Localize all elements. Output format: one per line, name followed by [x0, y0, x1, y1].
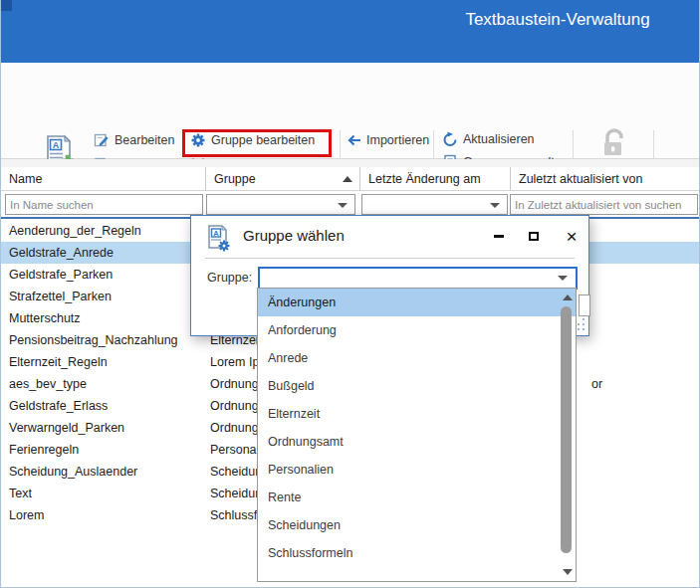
column-header-name[interactable]: Name: [1, 167, 205, 191]
row-name: aes_bev_type: [9, 373, 87, 395]
ribbon: A Neuer Textbaustein Bearbeiten: [1, 63, 700, 159]
importieren-button[interactable]: Importieren: [346, 130, 429, 150]
row-name: Pensionsbeitrag_Nachzahlung: [9, 329, 178, 351]
table-header: Name Gruppe Letzte Änderung am Zuletzt a…: [1, 167, 700, 191]
row-zuletzt-fragment: or: [591, 373, 602, 395]
row-name: Scheidung_Auslaender: [9, 461, 137, 483]
ribbon-tabstrip: Textbausteine: [1, 40, 700, 63]
dialog-separator: [205, 258, 575, 259]
zuletzt-filter-input[interactable]: [510, 194, 698, 215]
row-name: Geldstrafe_Parken: [9, 264, 113, 286]
dropdown-item[interactable]: Anrede: [258, 344, 576, 372]
ok-button-partial[interactable]: [579, 294, 590, 316]
gruppe-dropdown-popup: ÄnderungenAnforderungAnredeBußgeldEltern…: [257, 288, 577, 582]
arrow-left-icon: [346, 132, 361, 148]
dropdown-item[interactable]: Änderungen: [258, 289, 576, 316]
row-name: Geldstrafe_Erlass: [9, 395, 108, 417]
app-corner-icon: [1, 0, 12, 11]
svg-text:A: A: [53, 140, 60, 150]
scrollbar-thumb[interactable]: [561, 306, 572, 553]
row-name: Elternzeit_Regeln: [9, 351, 108, 373]
bearbeiten-button[interactable]: Bearbeiten: [94, 130, 174, 150]
svg-text:A: A: [213, 229, 219, 238]
dialog-title: Gruppe wählen: [243, 227, 345, 244]
dropdown-item[interactable]: Elternzeit: [258, 400, 576, 428]
popup-scrollbar: [559, 290, 575, 580]
filter-row: [1, 191, 700, 217]
row-name: Verwarngeld_Parken: [9, 417, 124, 439]
ribbon-gap: [1, 159, 700, 167]
gruppe-bearbeiten-button[interactable]: Gruppe bearbeiten: [190, 130, 315, 150]
dialog-doc-gear-icon: A: [204, 224, 232, 256]
dropdown-item[interactable]: Rente: [258, 484, 576, 511]
window-title: Textbaustein-Verwaltung: [429, 0, 686, 40]
aktualisieren-label: Aktualisieren: [463, 132, 535, 146]
dropdown-item[interactable]: Personalien: [258, 456, 576, 484]
gruppe-bearbeiten-label: Gruppe bearbeiten: [211, 133, 315, 147]
unlock-icon: [599, 128, 629, 160]
gear-icon: [190, 132, 206, 148]
close-icon: ×: [566, 227, 577, 246]
row-name: Strafzettel_Parken: [9, 286, 112, 307]
dropdown-item[interactable]: Schlussformeln: [258, 539, 576, 567]
gruppe-field-label: Gruppe:: [207, 271, 252, 285]
refresh-icon: [442, 131, 458, 147]
dropdown-items: ÄnderungenAnforderungAnredeBußgeldEltern…: [258, 289, 576, 567]
dialog-maximize-button[interactable]: [519, 222, 549, 250]
app-window: Textbaustein-Verwaltung Textbausteine A: [0, 0, 700, 588]
row-name: Lorem: [9, 504, 44, 526]
scroll-up-icon[interactable]: [563, 294, 573, 300]
minimize-icon: [494, 235, 504, 238]
gruppe-filter-dropdown[interactable]: [206, 194, 355, 215]
dialog-close-button[interactable]: ×: [557, 222, 586, 250]
dialog-minimize-button[interactable]: [484, 222, 514, 250]
chevron-down-icon: [490, 203, 500, 208]
column-header-gruppe[interactable]: Gruppe: [205, 167, 359, 191]
aktualisieren-button[interactable]: Aktualisieren: [442, 129, 535, 149]
bearbeiten-label: Bearbeiten: [115, 133, 174, 147]
datum-filter-dropdown[interactable]: [361, 194, 508, 215]
dropdown-item[interactable]: Bußgeld: [258, 372, 576, 400]
column-header-zuletzt-aktualisiert[interactable]: Zuletzt aktualisiert von: [510, 167, 700, 191]
dropdown-item[interactable]: Scheidungen: [258, 511, 576, 539]
row-name: Geldstrafe_Anrede: [9, 242, 114, 264]
row-name: Text: [9, 483, 32, 504]
edit-icon: [94, 132, 110, 148]
importieren-label: Importieren: [366, 133, 429, 147]
chevron-down-icon: [338, 203, 348, 208]
scroll-down-icon[interactable]: [563, 569, 573, 575]
row-name: Mutterschutz: [9, 307, 81, 329]
column-header-letzte-aenderung[interactable]: Letzte Änderung am: [359, 167, 510, 191]
name-filter-input[interactable]: [5, 194, 203, 215]
maximize-icon: [529, 232, 539, 241]
dropdown-item[interactable]: Anforderung: [258, 316, 576, 344]
sort-asc-icon: [343, 176, 352, 182]
gruppe-combobox[interactable]: [258, 267, 578, 290]
chevron-down-icon: [558, 276, 568, 281]
row-name: Aenderung_der_Regeln: [9, 220, 141, 242]
dropdown-item[interactable]: Ordnungsamt: [258, 428, 576, 456]
row-name: Ferienregeln: [9, 439, 79, 461]
title-bar: Textbaustein-Verwaltung: [1, 0, 700, 40]
